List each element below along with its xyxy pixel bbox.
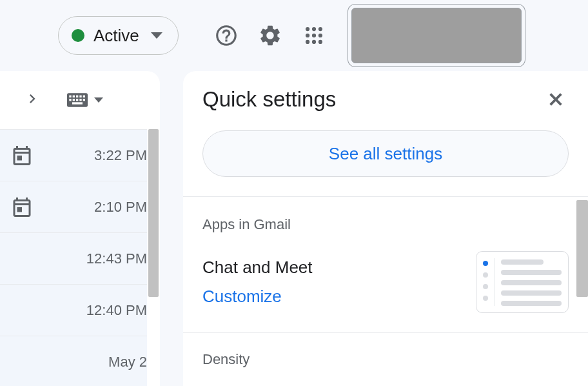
message-row[interactable]: 12:43 PM [0,233,160,285]
message-row[interactable]: 12:40 PM [0,285,160,336]
section-label-density: Density [202,351,569,368]
section-label-apps: Apps in Gmail [202,216,569,233]
apps-grid-icon [303,25,325,46]
svg-rect-14 [83,96,85,97]
row-time: May 2 [108,354,147,371]
thumb-line-icon [501,259,544,265]
see-all-settings-button[interactable]: See all settings [202,130,569,177]
row-time: 2:10 PM [94,199,147,216]
svg-point-5 [318,34,322,37]
close-button[interactable] [543,86,569,112]
layout-thumbnail[interactable] [476,251,569,313]
thumb-line-icon [501,301,562,306]
list-scrollbar[interactable] [147,129,160,386]
input-tools-button[interactable] [67,93,103,107]
svg-rect-18 [79,99,81,101]
svg-point-0 [306,27,309,31]
chevron-down-icon [94,97,103,103]
svg-rect-11 [73,96,75,97]
quick-settings-panel: Quick settings See all settings Apps in … [183,71,588,386]
svg-rect-12 [76,96,78,97]
expand-button[interactable] [23,90,41,110]
status-dot-icon [72,29,84,42]
help-icon [214,23,239,48]
svg-point-2 [318,27,322,31]
panel-title: Quick settings [202,87,336,112]
see-all-label: See all settings [329,144,442,164]
message-list-column: 3:22 PM2:10 PM12:43 PM12:40 PMMay 2 [0,71,160,386]
thumb-dot-icon [483,296,488,301]
gear-icon [258,23,282,48]
row-time: 12:40 PM [86,302,147,319]
calendar-event-icon [10,144,34,167]
help-button[interactable] [211,20,242,51]
svg-rect-20 [72,102,83,104]
message-row[interactable]: 3:22 PM [0,130,160,181]
option-title-chat-meet: Chat and Meet [202,258,313,278]
svg-point-3 [306,34,309,37]
calendar-event-icon [10,196,34,219]
close-icon [546,90,565,109]
svg-point-8 [318,40,322,44]
thumb-dot-icon [483,261,488,266]
message-row[interactable]: May 2 [0,336,160,386]
row-time: 3:22 PM [94,147,147,164]
svg-point-4 [312,34,316,37]
apps-button[interactable] [299,20,329,51]
thumb-dot-icon [483,272,488,278]
thumb-line-icon [501,280,562,285]
thumb-line-icon [501,290,562,296]
thumb-dot-icon [483,284,488,289]
message-row[interactable]: 2:10 PM [0,181,160,233]
svg-rect-16 [73,99,75,101]
chevron-right-icon [23,90,41,108]
svg-rect-10 [69,96,71,97]
svg-rect-17 [76,99,78,101]
svg-rect-15 [69,99,71,101]
svg-rect-13 [79,96,81,97]
thumb-line-icon [501,270,562,275]
status-label: Active [93,26,139,46]
scrollbar-thumb[interactable] [148,129,159,297]
svg-point-6 [306,40,309,44]
svg-point-7 [312,40,316,44]
svg-rect-19 [83,99,85,101]
settings-button[interactable] [255,20,286,51]
status-chip[interactable]: Active [58,16,179,55]
row-time: 12:43 PM [86,250,147,267]
chevron-down-icon [151,32,162,39]
customize-link[interactable]: Customize [202,287,313,307]
account-button[interactable] [351,8,522,63]
panel-scrollbar-thumb[interactable] [576,200,588,297]
keyboard-icon [67,93,88,107]
svg-point-1 [312,27,316,31]
